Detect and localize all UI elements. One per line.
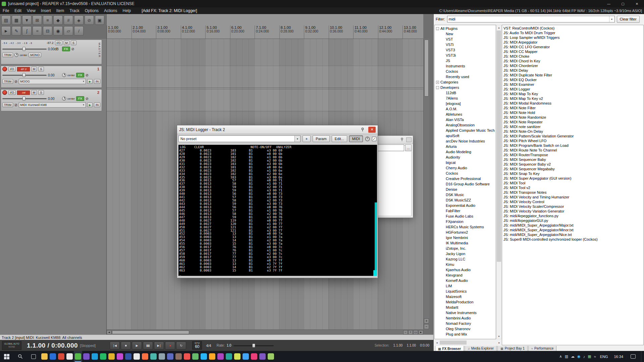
docker-tab[interactable]: ≈ Performance: [528, 346, 556, 351]
taskbar-app-icon[interactable]: [149, 351, 158, 362]
plugin-list-item[interactable]: JS: MIDI Map To Key v2: [502, 96, 643, 101]
tree-item[interactable]: DSK MusicSZZ: [435, 197, 496, 203]
plugin-list-item[interactable]: JS: MIDI Note Hold: [502, 110, 643, 115]
console-scrollbar-thumb[interactable]: [375, 202, 377, 276]
dialog-button[interactable]: [406, 137, 412, 142]
tree-item[interactable]: VSTi: [435, 42, 496, 47]
plugin-list-item[interactable]: JS: Loop Sampler w/MIDI Triggers: [502, 35, 643, 40]
plugin-list-item[interactable]: JS: MIDI Arpeggiator: [502, 40, 643, 45]
scroll-down-icon[interactable]: ▼: [496, 334, 501, 339]
track-input-selector[interactable]: MOOG: [19, 79, 86, 84]
plugin-list-item[interactable]: JS: MIDI Tool: [502, 181, 643, 185]
tree-item[interactable]: Recently used: [435, 74, 496, 79]
note-onoff-button[interactable]: NOTE-ON/OFF: [251, 145, 272, 149]
track-trim-button[interactable]: TRIM: [2, 79, 13, 84]
toolbar-icon[interactable]: ⊘: [85, 15, 94, 25]
track-mute-button[interactable]: M: [31, 67, 37, 71]
selection-start[interactable]: 1.1.00: [393, 344, 403, 347]
taskbar-app-icon[interactable]: [74, 351, 82, 362]
taskbar-app-icon[interactable]: [267, 351, 275, 362]
track-lane-1[interactable]: [107, 66, 423, 88]
tree-item[interactable]: 112dB: [435, 90, 496, 96]
scrollbar-thumb[interactable]: [497, 31, 501, 262]
plugin-list-item[interactable]: JS: midi/Arpeggiator_functions.py: [502, 214, 643, 218]
tree-item[interactable]: A.O.M.: [435, 106, 496, 112]
plugin-list-item[interactable]: JS: MIDI Pattern/Scale Variation Generat…: [502, 134, 643, 138]
language-indicator[interactable]: ENG: [599, 355, 609, 359]
scrollbar-thumb[interactable]: [424, 40, 429, 97]
transport-button[interactable]: ▶∣: [154, 342, 164, 350]
toolbar-icon[interactable]: ▦: [12, 15, 21, 25]
toolbar-icon[interactable]: ≈: [33, 26, 42, 36]
master-mono-button[interactable]: MONO: [29, 53, 41, 57]
master-solo-button[interactable]: S: [71, 41, 76, 45]
taskbar-app-icon[interactable]: [99, 351, 107, 362]
taskbar-clock[interactable]: 16:34: [612, 355, 625, 359]
tree-item[interactable]: + Categories: [435, 79, 496, 85]
track-panel-2[interactable]: I/O -inf M S 2 0.00 center FX TRIM MIDI:…: [1, 89, 102, 111]
plugin-list-item[interactable]: JS: MIDI Map To Key: [502, 92, 643, 96]
taskbar-app-icon[interactable]: [107, 351, 116, 362]
record-monitor-button[interactable]: [87, 79, 93, 84]
menu-item[interactable]: Actions: [101, 7, 120, 14]
plugin-list-item[interactable]: JS: MIDI Modal Randomness: [502, 101, 643, 106]
arrange-vertical-scrollbar[interactable]: [423, 39, 429, 329]
taskbar-app-icon[interactable]: [258, 351, 267, 362]
taskbar-app-icon[interactable]: [116, 351, 124, 362]
tree-item[interactable]: Audiority: [435, 155, 496, 160]
plugin-list-item[interactable]: JS: MIDI Sequencer Baby: [502, 157, 643, 162]
tree-item[interactable]: Klevgrand: [435, 273, 496, 278]
tree-item[interactable]: Nembrini Audio: [435, 315, 496, 321]
taskbar-app-icon[interactable]: [82, 351, 91, 362]
tree-item[interactable]: arcDev Noise Industries: [435, 138, 496, 144]
clear-filter-button[interactable]: Clear filter: [617, 16, 640, 23]
taskbar-app-icon[interactable]: [250, 351, 258, 362]
timeline-ruler[interactable]: 1.1.00 0:00.000 2.1.00 0:04.000 3.1.00 0…: [107, 14, 423, 39]
fx-enabled-checkbox[interactable]: [372, 137, 376, 141]
tree-item[interactable]: FXpansion: [435, 219, 496, 224]
scrollbar-thumb[interactable]: [440, 341, 467, 345]
plugin-list-item[interactable]: JS: MIDI Pitch Wheel LFO: [502, 138, 643, 143]
scroll-left-icon[interactable]: [107, 330, 111, 335]
tree-item[interactable]: Kjaerhus Audio: [435, 267, 496, 273]
plugin-list-item[interactable]: JS: midi/MIDI_Super_Arpeggiator/Major.tx…: [502, 223, 643, 228]
clear-button[interactable]: CLEAR: [194, 145, 204, 149]
taskbar-app-icon[interactable]: [57, 351, 65, 362]
tree-item[interactable]: Abletunes: [435, 112, 496, 117]
tree-item[interactable]: Cherry Audio: [435, 165, 496, 171]
tree-item[interactable]: FabFilter: [435, 208, 496, 214]
plugin-list-item[interactable]: JS: MIDI Sequencer Megababy: [502, 167, 643, 171]
record-monitor-button[interactable]: [87, 103, 93, 107]
toolbar-icon[interactable]: ≡: [43, 15, 52, 25]
tree-item[interactable]: Applied Computer Music Tech: [435, 128, 496, 133]
tree-item[interactable]: HERCs Music Systems: [435, 224, 496, 230]
menu-item[interactable]: Insert: [38, 7, 54, 14]
tray-icon[interactable]: ♪: [583, 355, 585, 359]
zoom-out-button[interactable]: [424, 324, 429, 329]
plugin-list-item[interactable]: JS: MIDI Logger: [502, 87, 643, 92]
master-track-panel[interactable]: -54 -42 -30 -18 -6 -87.2 I/O M S 0.00dB …: [1, 40, 102, 64]
fx-bypass-icon[interactable]: [86, 97, 89, 101]
tree-item[interactable]: HGFortunex2: [435, 230, 496, 235]
tree-item[interactable]: Alan ViSTa: [435, 117, 496, 122]
toolbar-icon[interactable]: /: [74, 26, 84, 36]
tree-item[interactable]: New: [435, 31, 496, 37]
chevron-down-icon[interactable]: [609, 16, 614, 22]
tree-expander-icon[interactable]: -: [436, 27, 439, 30]
tree-item[interactable]: LIM: [435, 283, 496, 289]
taskbar-app-icon[interactable]: [183, 351, 191, 362]
plugin-list-item[interactable]: JS: MIDI Route Note To Channel: [502, 148, 643, 153]
record-arm-button[interactable]: [2, 67, 7, 71]
track-input-selector[interactable]: MIDI: Kurzweil KM8: [19, 102, 86, 108]
fader-thumb[interactable]: [22, 97, 25, 101]
close-icon[interactable]: [368, 127, 376, 133]
tree-item[interactable]: VST: [435, 37, 496, 42]
selection-length[interactable]: 0:0.00: [420, 344, 429, 347]
taskbar-app-icon[interactable]: [49, 351, 57, 362]
plugin-list-item[interactable]: JS: MIDI Chorderizer: [502, 63, 643, 68]
plugin-list-item[interactable]: JS: Super8 MIDI-controlled synchronized …: [502, 237, 643, 242]
menu-item[interactable]: Track: [67, 7, 82, 14]
plugin-list-item[interactable]: JS: MIDI Super Arpeggiator (GUI version): [502, 176, 643, 181]
docker-tab[interactable]: ▦ Project Bay 1: [497, 346, 528, 351]
tray-icon[interactable]: ☁: [571, 354, 575, 359]
